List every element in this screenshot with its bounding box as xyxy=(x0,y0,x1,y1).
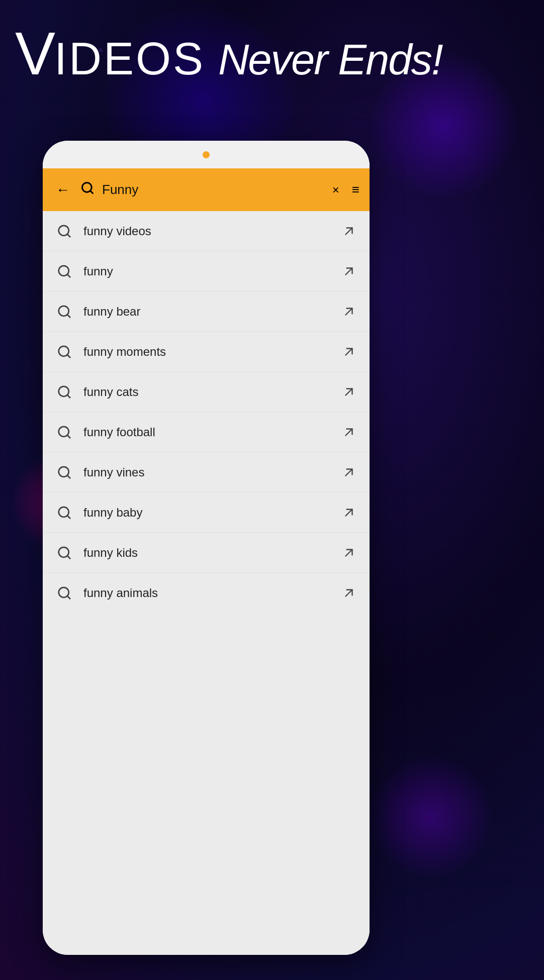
result-arrow-icon[interactable] xyxy=(341,223,357,239)
result-arrow-icon[interactable] xyxy=(341,424,357,440)
result-label: funny bear xyxy=(83,305,341,319)
result-label: funny animals xyxy=(83,586,341,600)
back-button[interactable]: ← xyxy=(53,182,73,198)
result-search-icon xyxy=(55,504,73,522)
phone-frame: ← Funny × ≡ funny videos xyxy=(43,141,370,955)
result-arrow-icon[interactable] xyxy=(341,263,357,279)
search-result-item[interactable]: funny kids xyxy=(43,533,370,573)
svg-line-48 xyxy=(346,549,352,556)
search-result-item[interactable]: funny videos xyxy=(43,211,370,251)
svg-line-36 xyxy=(346,388,352,395)
search-result-item[interactable]: funny baby xyxy=(43,493,370,533)
svg-line-30 xyxy=(346,308,352,315)
result-search-icon xyxy=(55,262,73,280)
svg-line-41 xyxy=(67,475,70,477)
svg-line-39 xyxy=(346,429,352,435)
title-never-ends: Never Ends! xyxy=(218,36,442,83)
title-area: VIDEOS Never Ends! xyxy=(15,20,442,86)
result-search-icon xyxy=(55,584,73,602)
svg-line-50 xyxy=(67,596,70,599)
svg-line-35 xyxy=(67,395,70,397)
result-arrow-icon[interactable] xyxy=(341,304,357,320)
result-search-icon xyxy=(55,383,73,401)
svg-line-26 xyxy=(67,274,70,276)
svg-line-23 xyxy=(67,234,70,236)
result-search-icon xyxy=(55,463,73,481)
result-label: funny moments xyxy=(83,345,341,359)
svg-line-47 xyxy=(67,555,70,558)
svg-line-42 xyxy=(346,469,352,475)
svg-line-51 xyxy=(346,590,352,597)
svg-line-33 xyxy=(346,348,352,355)
svg-line-27 xyxy=(346,268,352,274)
svg-line-29 xyxy=(67,314,70,317)
search-icon xyxy=(80,181,95,199)
svg-line-24 xyxy=(346,228,352,234)
search-result-item[interactable]: funny bear xyxy=(43,291,370,332)
result-search-icon xyxy=(55,222,73,240)
result-search-icon xyxy=(55,544,73,562)
result-arrow-icon[interactable] xyxy=(341,505,357,521)
search-result-item[interactable]: funny animals xyxy=(43,573,370,613)
svg-line-44 xyxy=(67,515,70,518)
title-ideos: IDEOS xyxy=(54,34,205,84)
result-search-icon xyxy=(55,303,73,321)
search-input[interactable]: Funny xyxy=(102,182,325,198)
result-label: funny xyxy=(83,264,341,278)
search-result-item[interactable]: funny cats xyxy=(43,372,370,412)
result-label: funny vines xyxy=(83,465,341,479)
phone-top-bar xyxy=(43,141,370,168)
search-result-item[interactable]: funny football xyxy=(43,412,370,452)
result-label: funny cats xyxy=(83,385,341,399)
result-label: funny videos xyxy=(83,224,341,238)
app-title: VIDEOS Never Ends! xyxy=(15,20,442,86)
bg-glow-4 xyxy=(368,754,494,879)
result-search-icon xyxy=(55,343,73,361)
search-bar: ← Funny × ≡ xyxy=(43,168,370,211)
camera-dot xyxy=(203,151,210,158)
search-result-item[interactable]: funny moments xyxy=(43,332,370,372)
clear-button[interactable]: × xyxy=(332,183,339,197)
result-arrow-icon[interactable] xyxy=(341,464,357,480)
empty-area xyxy=(43,613,370,955)
result-arrow-icon[interactable] xyxy=(341,585,357,601)
result-arrow-icon[interactable] xyxy=(341,344,357,360)
filter-button[interactable]: ≡ xyxy=(352,182,359,198)
search-result-item[interactable]: funny vines xyxy=(43,452,370,493)
svg-line-21 xyxy=(90,190,93,193)
result-arrow-icon[interactable] xyxy=(341,545,357,561)
svg-line-45 xyxy=(346,509,352,516)
result-search-icon xyxy=(55,423,73,441)
svg-line-38 xyxy=(67,435,70,437)
result-label: funny baby xyxy=(83,506,341,520)
title-v: V xyxy=(15,20,54,87)
result-label: funny football xyxy=(83,425,341,439)
svg-line-32 xyxy=(67,354,70,357)
result-label: funny kids xyxy=(83,546,341,560)
result-arrow-icon[interactable] xyxy=(341,384,357,400)
search-result-item[interactable]: funny xyxy=(43,251,370,291)
search-results-list: funny videos funny xyxy=(43,211,370,613)
